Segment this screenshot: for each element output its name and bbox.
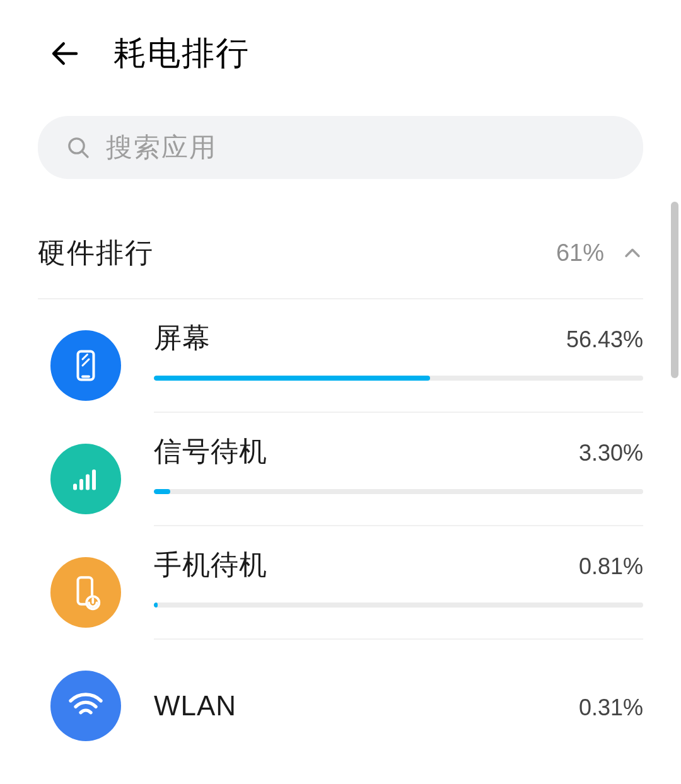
svg-rect-6 — [73, 484, 77, 490]
search-placeholder: 搜索应用 — [106, 130, 217, 165]
progress-track — [154, 602, 643, 608]
progress-fill — [154, 489, 170, 494]
phone-standby-icon — [50, 557, 121, 628]
svg-rect-8 — [86, 475, 90, 490]
section-summary: 61% — [556, 239, 643, 267]
item-percent: 56.43% — [566, 326, 643, 353]
progress-track — [154, 376, 643, 381]
item-name: WLAN — [154, 690, 236, 722]
list-item-screen[interactable]: 屏幕 56.43% — [38, 299, 643, 413]
back-button[interactable] — [48, 37, 82, 71]
hardware-list: 屏幕 56.43% 信号待机 3.30% — [0, 299, 681, 753]
progress-fill — [154, 376, 430, 381]
svg-line-1 — [83, 152, 88, 157]
item-name: 屏幕 — [154, 320, 211, 357]
page-title: 耗电排行 — [114, 32, 250, 76]
item-name: 手机待机 — [154, 546, 267, 584]
section-title: 硬件排行 — [38, 234, 154, 272]
scrollbar[interactable] — [671, 202, 678, 378]
list-item-phone-standby[interactable]: 手机待机 0.81% — [38, 526, 643, 640]
wifi-icon — [50, 671, 121, 741]
signal-icon — [50, 444, 121, 514]
phone-icon — [50, 330, 121, 401]
section-percent: 61% — [556, 239, 604, 267]
svg-line-5 — [83, 359, 89, 366]
item-percent: 0.31% — [579, 695, 643, 721]
item-percent: 3.30% — [579, 440, 643, 466]
list-item-signal[interactable]: 信号待机 3.30% — [38, 413, 643, 526]
svg-line-4 — [83, 355, 88, 360]
search-input[interactable]: 搜索应用 — [38, 116, 643, 179]
arrow-left-icon — [48, 37, 82, 71]
chevron-up-icon — [622, 243, 643, 264]
search-icon — [66, 135, 91, 160]
item-percent: 0.81% — [579, 553, 643, 580]
app-header: 耗电排行 — [0, 0, 681, 101]
search-container: 搜索应用 — [0, 116, 681, 179]
section-header[interactable]: 硬件排行 61% — [0, 234, 681, 272]
progress-fill — [154, 602, 158, 608]
svg-rect-9 — [92, 470, 96, 490]
list-item-wlan[interactable]: WLAN 0.31% — [38, 640, 643, 753]
item-name: 信号待机 — [154, 433, 267, 470]
svg-rect-7 — [79, 479, 83, 490]
progress-track — [154, 489, 643, 494]
